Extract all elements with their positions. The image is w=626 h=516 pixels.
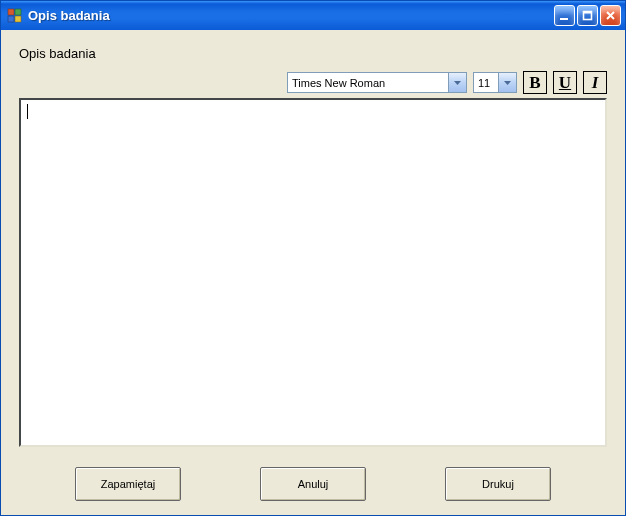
chevron-down-icon xyxy=(448,73,466,92)
font-size-dropdown[interactable]: 11 xyxy=(473,72,517,93)
font-family-dropdown[interactable]: Times New Roman xyxy=(287,72,467,93)
underline-button[interactable]: U xyxy=(553,71,577,94)
window-frame: Opis badania Opis badania Times New Roma… xyxy=(0,0,626,516)
window-title: Opis badania xyxy=(28,8,554,23)
svg-rect-4 xyxy=(560,18,568,20)
svg-rect-6 xyxy=(584,12,592,14)
underline-icon: U xyxy=(559,73,571,93)
minimize-button[interactable] xyxy=(554,5,575,26)
svg-rect-2 xyxy=(8,16,14,22)
maximize-button[interactable] xyxy=(577,5,598,26)
action-buttons: Zapamiętaj Anuluj Drukuj xyxy=(19,447,607,501)
editor-textarea[interactable] xyxy=(19,98,607,447)
cancel-button[interactable]: Anuluj xyxy=(260,467,366,501)
svg-rect-0 xyxy=(8,9,14,15)
titlebar: Opis badania xyxy=(1,1,625,30)
italic-icon: I xyxy=(592,73,599,93)
window-controls xyxy=(554,5,621,26)
font-size-value: 11 xyxy=(474,77,498,89)
cancel-button-label: Anuluj xyxy=(298,478,329,490)
italic-button[interactable]: I xyxy=(583,71,607,94)
format-toolbar: Times New Roman 11 B U I xyxy=(19,71,607,94)
save-button[interactable]: Zapamiętaj xyxy=(75,467,181,501)
font-family-value: Times New Roman xyxy=(288,77,448,89)
client-area: Opis badania Times New Roman 11 B U xyxy=(1,30,625,515)
save-button-label: Zapamiętaj xyxy=(101,478,155,490)
text-cursor xyxy=(27,104,28,119)
close-button[interactable] xyxy=(600,5,621,26)
bold-icon: B xyxy=(529,73,540,93)
svg-rect-3 xyxy=(15,16,21,22)
bold-button[interactable]: B xyxy=(523,71,547,94)
print-button[interactable]: Drukuj xyxy=(445,467,551,501)
app-icon xyxy=(7,8,23,24)
print-button-label: Drukuj xyxy=(482,478,514,490)
chevron-down-icon xyxy=(498,73,516,92)
svg-rect-1 xyxy=(15,9,21,15)
page-title: Opis badania xyxy=(19,46,607,61)
